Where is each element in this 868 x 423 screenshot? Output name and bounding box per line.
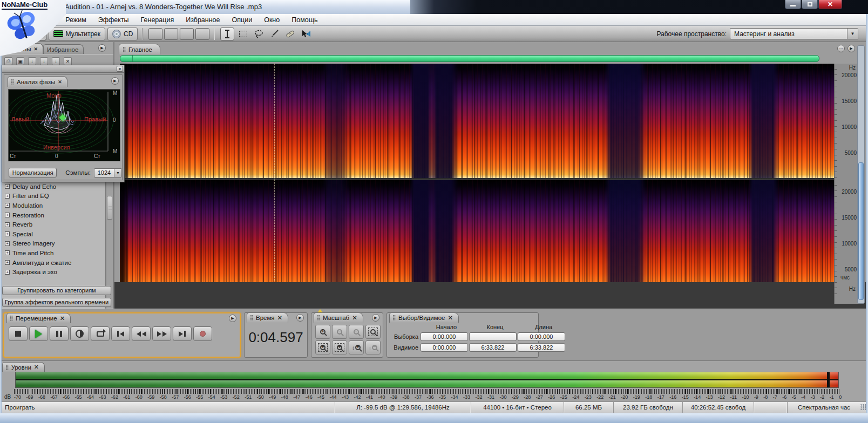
samples-dropdown[interactable]: 1024 ▼ [94, 168, 122, 178]
chevron-down-icon[interactable]: ▼ [847, 29, 858, 39]
tab-phase-analysis[interactable]: Анализ фазы ✕ [8, 76, 67, 87]
minimize-button[interactable] [785, 0, 801, 9]
effect-category[interactable]: + Filter and EQ [2, 192, 105, 201]
expand-plus-icon[interactable]: + [5, 184, 10, 189]
frequency-ruler[interactable]: Hz 20000 15000 10000 5000 20000 15000 10… [834, 64, 859, 304]
menu-item[interactable]: Помощь [286, 16, 323, 24]
expand-plus-icon[interactable]: + [5, 231, 10, 236]
effect-category[interactable]: + Reverb [2, 220, 105, 229]
zoom-out-button[interactable]: − [332, 325, 347, 339]
effect-category[interactable]: + Special [2, 229, 105, 239]
spectrogram-right-channel[interactable] [120, 180, 834, 294]
tab-levels[interactable]: Уровни ✕ [2, 362, 45, 372]
effect-category[interactable]: + Stereo Imagery [2, 239, 105, 249]
close-tab-icon[interactable]: ✕ [34, 46, 38, 52]
phase-analysis-window[interactable]: x Анализ фазы ✕ ▶ [2, 65, 125, 182]
menu-item[interactable]: Избранное [180, 16, 226, 24]
panel-menu-button[interactable]: ▶ [111, 77, 119, 85]
record-button[interactable] [193, 326, 212, 341]
zoom-out-vertical-button[interactable]: ↕− [365, 340, 381, 354]
effect-category[interactable]: + Задержка и эхо [2, 267, 105, 277]
go-to-beginning-button[interactable] [111, 326, 130, 341]
tab-zoom[interactable]: Масштаб ✕ [314, 312, 363, 323]
spectrogram-left-channel[interactable] [120, 64, 834, 178]
close-icon[interactable]: x [117, 66, 123, 72]
zoom-selection-right-button[interactable]: + [332, 340, 347, 354]
menu-item[interactable]: Эффекты [92, 16, 135, 24]
expand-plus-icon[interactable]: + [5, 270, 10, 275]
selection-start-field[interactable]: 0:00.000 [421, 332, 468, 341]
zoom-out-full-button[interactable]: − [349, 325, 364, 339]
effects-paintbrush-tool-button[interactable] [267, 28, 281, 40]
view-start-field[interactable]: 0:00.000 [421, 343, 468, 352]
pause-button[interactable] [50, 326, 69, 341]
tab-transport[interactable]: Перемещение ✕ [6, 313, 71, 323]
close-tab-icon[interactable]: ✕ [60, 315, 65, 322]
close-tab-icon[interactable]: ✕ [58, 79, 62, 85]
close-file-icon[interactable]: ✕ [64, 57, 72, 65]
stop-button[interactable] [9, 326, 28, 341]
effect-category[interactable]: + Амплитуда и сжатие [2, 258, 105, 268]
tab-time[interactable]: Время ✕ [247, 312, 288, 323]
menu-item[interactable]: Окно [258, 16, 286, 24]
close-tab-icon[interactable]: ✕ [34, 364, 39, 371]
menu-item[interactable]: Режим [59, 16, 92, 24]
cd-button[interactable]: CD [107, 28, 138, 40]
play-button[interactable] [29, 326, 48, 341]
expand-plus-icon[interactable]: + [5, 194, 10, 199]
tab-main[interactable]: Главное [119, 44, 160, 54]
marquee-selection-tool-button[interactable] [236, 28, 250, 40]
insert-to-cd-icon[interactable]: ↓ [40, 57, 48, 65]
expand-plus-icon[interactable]: + [5, 241, 10, 246]
close-tab-icon[interactable]: ✕ [447, 314, 453, 322]
spot-healing-brush-tool-button[interactable] [283, 28, 297, 40]
selection-length-field[interactable]: 0:00.000 [518, 332, 565, 341]
zoom-to-selection-button[interactable] [365, 325, 381, 339]
tab-selection-view[interactable]: Выбор/Видимое ✕ [389, 312, 459, 323]
import-file-icon[interactable]: ⎙ [4, 57, 12, 65]
workspace-dropdown[interactable]: Мастеринг и анализ ▼ [730, 28, 858, 39]
effect-category[interactable]: + Delay and Echo [2, 182, 105, 192]
menu-item[interactable]: Опции [226, 16, 259, 24]
view-length-field[interactable]: 6:33.822 [518, 343, 565, 352]
effect-category[interactable]: + Modulation [2, 201, 105, 210]
insert-audio-icon[interactable]: ↓ [52, 57, 60, 65]
view-mode-button[interactable] [195, 28, 209, 40]
expand-plus-icon[interactable]: + [5, 260, 10, 265]
play-from-cursor-button[interactable] [70, 326, 89, 341]
effects-vertical-scrollbar[interactable] [106, 179, 113, 316]
phase-window-titlebar[interactable]: x [2, 65, 124, 73]
close-tab-icon[interactable]: ✕ [352, 314, 357, 322]
play-looped-button[interactable] [91, 326, 110, 341]
level-meters[interactable] [15, 372, 839, 388]
zoom-in-vertical-button[interactable]: ↕+ [349, 340, 364, 354]
menu-item[interactable]: Генерация [135, 16, 180, 24]
lasso-selection-tool-button[interactable] [252, 28, 266, 40]
vertical-scrollbar[interactable] [857, 45, 865, 304]
fast-forward-button[interactable] [152, 326, 171, 341]
overview-scroll-bar[interactable] [120, 55, 819, 62]
expand-plus-icon[interactable]: + [5, 213, 10, 217]
selection-end-field[interactable] [469, 332, 517, 341]
scrollbar-thumb[interactable] [858, 162, 864, 300]
view-mode-button[interactable] [164, 28, 178, 40]
tab-favorites[interactable]: Избранное [43, 44, 84, 54]
chevron-down-icon[interactable]: ▼ [114, 169, 121, 177]
realtime-effects-group-button[interactable]: Группа эффектов реального времени [2, 298, 111, 307]
group-by-category-button[interactable]: Группировать по категориям [2, 286, 111, 295]
multitrack-button[interactable]: Мультитрек [49, 28, 105, 40]
zoom-in-button[interactable]: + [315, 325, 330, 339]
playback-cursor[interactable] [274, 64, 275, 294]
view-end-field[interactable]: 6:33.822 [469, 343, 517, 352]
panel-menu-button[interactable]: ▶ [372, 314, 379, 322]
panel-menu-button[interactable]: ▶ [229, 315, 236, 322]
expand-plus-icon[interactable]: + [5, 222, 10, 227]
expand-plus-icon[interactable]: + [5, 250, 10, 255]
panel-menu-button[interactable]: ▶ [98, 44, 106, 52]
normalize-button[interactable]: Нормализация [9, 168, 57, 178]
go-to-end-button[interactable] [173, 326, 192, 341]
view-mode-button[interactable] [180, 28, 194, 40]
scrollbar-thumb[interactable] [107, 196, 112, 220]
maximize-button[interactable] [802, 0, 818, 9]
view-mode-button[interactable] [148, 28, 162, 40]
